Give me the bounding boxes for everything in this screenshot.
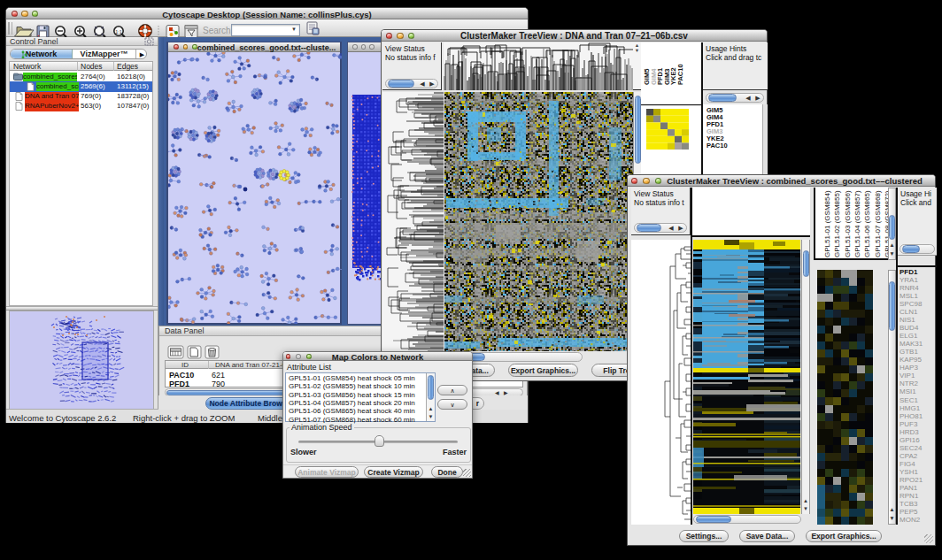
- svg-text:1:1: 1:1: [115, 29, 122, 35]
